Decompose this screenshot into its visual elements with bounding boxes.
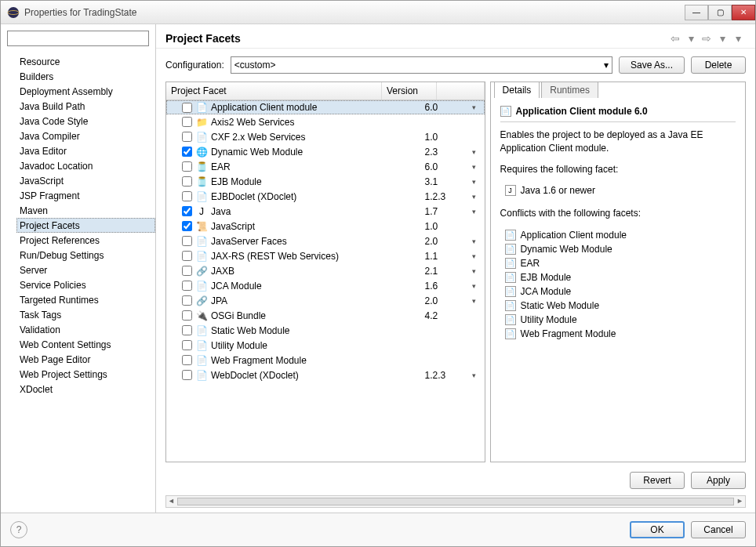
configuration-label: Configuration: bbox=[165, 60, 224, 71]
version-dropdown-icon[interactable]: ▾ bbox=[468, 148, 480, 156]
conflicts-item: 📄Web Fragment Module bbox=[505, 327, 736, 341]
facet-checkbox[interactable] bbox=[182, 266, 192, 276]
sidebar-item-project-facets[interactable]: Project Facets bbox=[16, 218, 155, 233]
revert-button[interactable]: Revert bbox=[630, 472, 685, 489]
facet-checkbox[interactable] bbox=[182, 147, 192, 157]
sidebar-item-task-tags[interactable]: Task Tags bbox=[16, 307, 155, 322]
facet-row[interactable]: 📁Axis2 Web Services bbox=[166, 114, 485, 129]
ok-button[interactable]: OK bbox=[630, 521, 685, 538]
sidebar-item-java-compiler[interactable]: Java Compiler bbox=[16, 129, 155, 143]
facet-checkbox[interactable] bbox=[182, 176, 192, 187]
sidebar-item-jsp-fragment[interactable]: JSP Fragment bbox=[16, 188, 155, 203]
column-header-facet[interactable]: Project Facet bbox=[166, 82, 382, 100]
sidebar-item-web-content-settings[interactable]: Web Content Settings bbox=[16, 337, 155, 352]
facet-row[interactable]: 🔌OSGi Bundle4.2 bbox=[166, 308, 485, 323]
facet-row[interactable]: 🫙EJB Module3.1▾ bbox=[166, 174, 485, 189]
apply-button[interactable]: Apply bbox=[691, 472, 746, 489]
tab-details[interactable]: Details bbox=[494, 82, 540, 98]
facet-version: 1.0 bbox=[425, 132, 468, 143]
doc-icon: 📄 bbox=[195, 250, 208, 263]
facet-row[interactable]: 📄JCA Module1.6▾ bbox=[166, 278, 485, 293]
facet-row[interactable]: 🔗JAXB2.1▾ bbox=[166, 263, 485, 278]
version-dropdown-icon[interactable]: ▾ bbox=[468, 178, 480, 186]
facet-version: 1.1 bbox=[425, 251, 468, 262]
column-header-version[interactable]: Version bbox=[382, 82, 437, 100]
sidebar-item-java-build-path[interactable]: Java Build Path bbox=[16, 99, 155, 114]
facet-checkbox[interactable] bbox=[182, 206, 192, 216]
filter-input[interactable] bbox=[7, 31, 149, 46]
back-arrow-icon[interactable]: ⇦ bbox=[667, 32, 683, 45]
save-as-button[interactable]: Save As... bbox=[619, 56, 685, 74]
forward-menu-icon[interactable]: ▾ bbox=[714, 32, 730, 45]
sidebar-item-validation[interactable]: Validation bbox=[16, 322, 155, 337]
cancel-button[interactable]: Cancel bbox=[691, 521, 746, 538]
facet-checkbox[interactable] bbox=[182, 117, 192, 127]
horizontal-scrollbar[interactable] bbox=[165, 495, 746, 508]
facet-checkbox[interactable] bbox=[182, 236, 192, 246]
facet-row[interactable]: 📄Static Web Module bbox=[166, 323, 485, 338]
facet-checkbox[interactable] bbox=[182, 221, 192, 231]
view-menu-icon[interactable]: ▾ bbox=[730, 32, 746, 45]
version-dropdown-icon[interactable]: ▾ bbox=[468, 297, 480, 305]
sidebar-item-resource[interactable]: Resource bbox=[16, 54, 155, 69]
facet-row[interactable]: 🫙EAR6.0▾ bbox=[166, 159, 485, 174]
delete-button[interactable]: Delete bbox=[691, 56, 746, 74]
facet-row[interactable]: 📜JavaScript1.0 bbox=[166, 219, 485, 234]
facet-row[interactable]: 📄WebDoclet (XDoclet)1.2.3▾ bbox=[166, 368, 485, 382]
facet-checkbox[interactable] bbox=[182, 191, 192, 201]
help-icon[interactable]: ? bbox=[10, 521, 27, 538]
sidebar-item-server[interactable]: Server bbox=[16, 263, 155, 277]
minimize-button[interactable]: — bbox=[685, 5, 708, 20]
sidebar-item-run-debug-settings[interactable]: Run/Debug Settings bbox=[16, 248, 155, 263]
maximize-button[interactable]: ▢ bbox=[708, 5, 732, 20]
facet-checkbox[interactable] bbox=[182, 370, 192, 380]
facet-checkbox[interactable] bbox=[182, 340, 192, 350]
facet-checkbox[interactable] bbox=[182, 103, 192, 113]
facet-checkbox[interactable] bbox=[182, 295, 192, 306]
facet-checkbox[interactable] bbox=[182, 281, 192, 291]
sidebar-item-maven[interactable]: Maven bbox=[16, 203, 155, 218]
sidebar-item-web-project-settings[interactable]: Web Project Settings bbox=[16, 367, 155, 382]
sidebar-item-java-editor[interactable]: Java Editor bbox=[16, 143, 155, 158]
version-dropdown-icon[interactable]: ▾ bbox=[468, 237, 480, 245]
back-menu-icon[interactable]: ▾ bbox=[683, 32, 699, 45]
tab-runtimes[interactable]: Runtimes bbox=[541, 82, 598, 98]
facet-row[interactable]: 📄JAX-RS (REST Web Services)1.1▾ bbox=[166, 248, 485, 263]
facet-checkbox[interactable] bbox=[182, 325, 192, 335]
version-dropdown-icon[interactable]: ▾ bbox=[468, 208, 480, 216]
sidebar-item-project-references[interactable]: Project References bbox=[16, 233, 155, 248]
facet-row[interactable]: 📄Utility Module bbox=[166, 338, 485, 353]
sidebar-item-service-policies[interactable]: Service Policies bbox=[16, 277, 155, 292]
version-dropdown-icon[interactable]: ▾ bbox=[468, 267, 480, 275]
sidebar-item-javascript[interactable]: JavaScript bbox=[16, 173, 155, 188]
version-dropdown-icon[interactable]: ▾ bbox=[468, 103, 480, 111]
facet-checkbox[interactable] bbox=[182, 310, 192, 321]
version-dropdown-icon[interactable]: ▾ bbox=[468, 193, 480, 201]
version-dropdown-icon[interactable]: ▾ bbox=[468, 282, 480, 290]
facet-row[interactable]: 🔗JPA2.0▾ bbox=[166, 293, 485, 308]
facet-checkbox[interactable] bbox=[182, 132, 192, 142]
version-dropdown-icon[interactable]: ▾ bbox=[468, 252, 480, 260]
forward-arrow-icon[interactable]: ⇨ bbox=[699, 32, 714, 45]
facet-row[interactable]: 📄CXF 2.x Web Services1.0 bbox=[166, 129, 485, 144]
sidebar-item-builders[interactable]: Builders bbox=[16, 69, 155, 84]
sidebar-item-javadoc-location[interactable]: Javadoc Location bbox=[16, 158, 155, 173]
facet-row[interactable]: 📄Application Client module6.0▾ bbox=[166, 100, 485, 114]
sidebar-item-targeted-runtimes[interactable]: Targeted Runtimes bbox=[16, 292, 155, 307]
facet-row[interactable]: 📄JavaServer Faces2.0▾ bbox=[166, 234, 485, 248]
sidebar-item-java-code-style[interactable]: Java Code Style bbox=[16, 114, 155, 129]
facet-checkbox[interactable] bbox=[182, 355, 192, 365]
sidebar-item-web-page-editor[interactable]: Web Page Editor bbox=[16, 352, 155, 367]
facet-checkbox[interactable] bbox=[182, 161, 192, 172]
close-button[interactable]: ✕ bbox=[732, 5, 755, 20]
version-dropdown-icon[interactable]: ▾ bbox=[468, 371, 480, 379]
facet-row[interactable]: 📄EJBDoclet (XDoclet)1.2.3▾ bbox=[166, 189, 485, 204]
facet-row[interactable]: 🌐Dynamic Web Module2.3▾ bbox=[166, 144, 485, 159]
sidebar-item-deployment-assembly[interactable]: Deployment Assembly bbox=[16, 84, 155, 99]
facet-row[interactable]: 📄Web Fragment Module bbox=[166, 353, 485, 368]
facet-row[interactable]: JJava1.7▾ bbox=[166, 204, 485, 219]
sidebar-item-xdoclet[interactable]: XDoclet bbox=[16, 382, 155, 397]
facet-checkbox[interactable] bbox=[182, 251, 192, 261]
configuration-dropdown[interactable]: <custom> ▾ bbox=[231, 56, 612, 74]
version-dropdown-icon[interactable]: ▾ bbox=[468, 163, 480, 171]
